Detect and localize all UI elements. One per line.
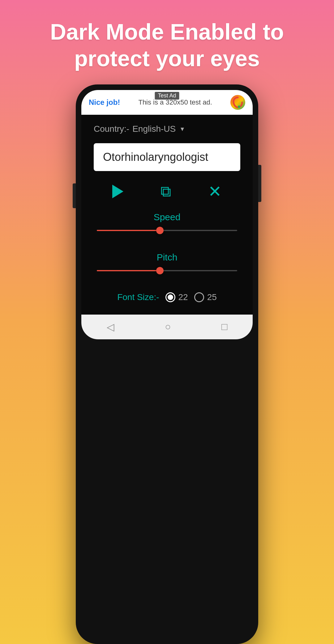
- pitch-fill: [97, 270, 160, 271]
- tts-text-input[interactable]: [103, 151, 231, 164]
- phone-outer: Test Ad Nice job! This is a 320x50 test …: [76, 84, 258, 644]
- country-label: Country:-: [94, 124, 129, 134]
- pitch-label: Pitch: [94, 252, 240, 263]
- pitch-slider[interactable]: [97, 268, 237, 274]
- speed-track: [97, 230, 237, 231]
- speed-label: Speed: [94, 212, 240, 222]
- speed-slider-section: Speed: [94, 209, 240, 249]
- app-content: Country:- English-US ▾ ⧉: [81, 115, 253, 315]
- font-size-label: Font Size:-: [117, 292, 159, 302]
- ad-nice-job: Nice job!: [89, 98, 120, 107]
- radio-circle-22: [165, 292, 175, 302]
- svg-point-1: [240, 98, 243, 101]
- ad-icon: [230, 95, 245, 110]
- pitch-thumb[interactable]: [156, 267, 164, 274]
- text-input-area: [94, 143, 240, 171]
- font-size-option-25[interactable]: 25: [194, 292, 217, 302]
- pitch-track: [97, 270, 237, 271]
- play-icon: [112, 185, 123, 198]
- radio-circle-25: [194, 292, 204, 302]
- bottom-nav: ◁ ○ □: [81, 315, 253, 339]
- copy-button[interactable]: ⧉: [161, 184, 171, 199]
- ad-banner: Test Ad Nice job! This is a 320x50 test …: [81, 90, 253, 115]
- country-value: English-US: [132, 124, 176, 134]
- speed-slider[interactable]: [97, 227, 237, 234]
- copy-icon: ⧉: [161, 184, 171, 199]
- play-button[interactable]: [112, 185, 123, 198]
- phone-wrapper: Test Ad Nice job! This is a 320x50 test …: [76, 84, 258, 644]
- font-size-option-22[interactable]: 22: [165, 292, 188, 302]
- speed-thumb[interactable]: [156, 227, 164, 234]
- font-size-value-25: 25: [207, 292, 217, 302]
- controls-row: ⧉ ✕: [94, 183, 240, 200]
- svg-point-2: [238, 105, 240, 108]
- radio-inner-22: [168, 294, 173, 300]
- country-dropdown-arrow[interactable]: ▾: [181, 125, 184, 133]
- clear-icon: ✕: [208, 183, 222, 200]
- font-size-value-22: 22: [178, 292, 188, 302]
- nav-back-button[interactable]: ◁: [107, 321, 114, 333]
- ad-label: Test Ad: [155, 92, 179, 100]
- pitch-slider-section: Pitch: [94, 249, 240, 289]
- phone-screen: Test Ad Nice job! This is a 320x50 test …: [81, 90, 253, 339]
- font-size-row: Font Size:- 22 25: [94, 289, 240, 305]
- clear-button[interactable]: ✕: [208, 183, 222, 200]
- nav-recent-button[interactable]: □: [221, 321, 227, 333]
- speed-fill: [97, 230, 160, 231]
- nav-home-button[interactable]: ○: [165, 321, 171, 333]
- page-header-title: Dark Mode Enabled to protect your eyes: [0, 0, 334, 84]
- country-row: Country:- English-US ▾: [94, 124, 240, 134]
